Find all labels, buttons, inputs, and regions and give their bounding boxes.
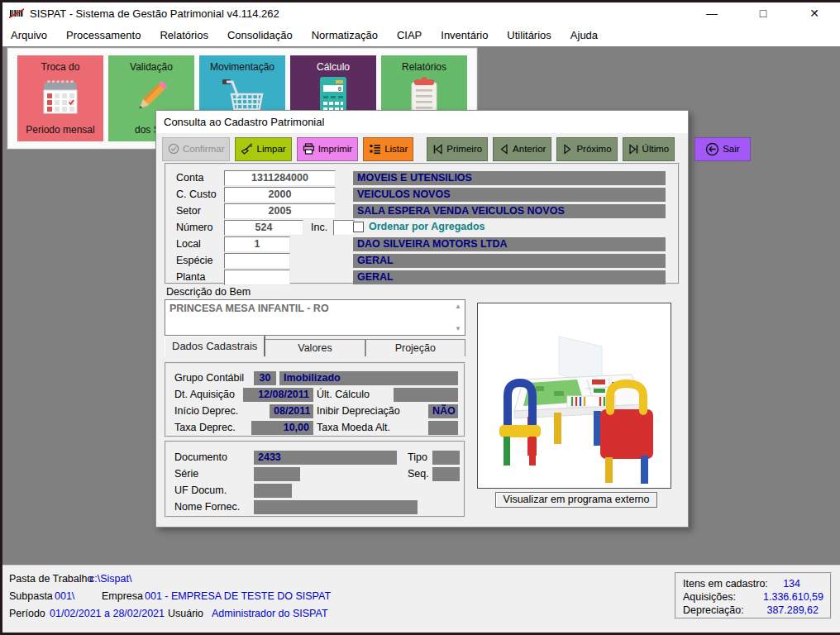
form-row-local: Local 1 DAO SILVEIRA MOTORS LTDA [166, 236, 678, 252]
printer-icon [303, 143, 315, 155]
tab-valores[interactable]: Valores [265, 339, 365, 356]
pasta-trabalho-value: c:\Sispat\ [89, 573, 131, 586]
especie-label: Espécie [176, 255, 212, 266]
depreciacao-value: 387.289,62 [766, 604, 819, 618]
documento-value: 2433 [254, 451, 397, 465]
row-serie: Série Seq. [166, 466, 464, 482]
menu-bar: Arquivo Processamento Relatórios Consoli… [2, 24, 840, 46]
menu-ajuda[interactable]: Ajuda [570, 29, 598, 41]
dados-cadastrais-group: Grupo Contábil 30 Imobilizado Dt. Aquisi… [165, 362, 465, 437]
tab-projecao[interactable]: Projeção [365, 339, 465, 356]
menu-inventario[interactable]: Inventário [441, 29, 488, 41]
proximo-button[interactable]: Próximo [556, 137, 617, 161]
menu-ciap[interactable]: CIAP [397, 29, 422, 41]
main-window: SISPAT - Sistema de Gestão Patrimonial v… [2, 2, 840, 633]
sair-button[interactable]: Sair [694, 137, 750, 161]
ordenar-agregados-checkbox[interactable] [353, 222, 364, 232]
summary-depreciacao: Depreciação: 387.289,62 [683, 604, 823, 618]
tab-bar: Dados Cadastrais Valores Projeção [165, 336, 465, 356]
exit-arrow-icon [705, 142, 719, 156]
taxa-moeda-label: Taxa Moeda Alt. [317, 422, 390, 433]
scroll-down-icon[interactable]: ▼ [455, 325, 461, 332]
menu-normatizacao[interactable]: Normatização [312, 29, 378, 41]
menu-processamento[interactable]: Processamento [66, 29, 141, 41]
broom-icon [241, 143, 253, 155]
inc-label: Inc. [311, 222, 327, 233]
descricao-scrollbar[interactable]: ▲ ▼ [452, 301, 464, 334]
aquisicoes-label: Aquisições: [683, 591, 736, 604]
conta-input[interactable]: 1311284000 [224, 170, 336, 186]
summary-box: Itens em cadastro: 134 Aquisições: 1.336… [675, 572, 832, 619]
app-barcode-icon [9, 8, 24, 19]
listar-button[interactable]: Listar [363, 137, 413, 161]
subpasta-value: 001\ [55, 590, 74, 604]
uf-docum-label: UF Docum. [174, 485, 227, 496]
confirmar-button[interactable]: Confirmar [162, 137, 230, 161]
list-icon [369, 143, 381, 155]
menu-utilitarios[interactable]: Utilitários [507, 29, 551, 41]
setor-desc: SALA ESPERA VENDA VEICULOS NOVOS [353, 204, 666, 218]
taxa-deprec-label: Taxa Deprec. [174, 422, 236, 433]
inibir-depreciacao-label: Inibir Depreciação [317, 405, 400, 417]
descricao-box[interactable]: PRINCESA MESA INFANTIL - RO ▲ ▼ [165, 299, 465, 336]
visualizar-externo-button[interactable]: Visualizar em programa externo [495, 492, 657, 508]
menu-arquivo[interactable]: Arquivo [11, 29, 47, 41]
inicio-deprec-value: 08/2011 [270, 404, 313, 418]
ccusto-input[interactable]: 2000 [224, 187, 336, 203]
row-grupo-contabil: Grupo Contábil 30 Imobilizado [166, 370, 464, 386]
desktop-edge: SISPAT - Sistema de Gestão Patrimonial v… [0, 0, 840, 635]
grupo-contabil-label: Grupo Contábil [174, 372, 244, 384]
menu-consolidacao[interactable]: Consolidação [227, 29, 293, 41]
planta-label: Planta [176, 271, 205, 283]
primeiro-button[interactable]: Primeiro [427, 137, 488, 161]
row-taxa-deprec: Taxa Deprec. 10,00 Taxa Moeda Alt. [166, 420, 464, 436]
close-button[interactable]: ✕ [789, 2, 840, 24]
descricao-label: Descrição do Bem [166, 286, 251, 298]
subpasta-label: Subpasta [9, 590, 53, 602]
form-row-especie: Espécie GERAL [166, 253, 678, 269]
tab-dados-cadastrais[interactable]: Dados Cadastrais [165, 336, 265, 356]
first-record-icon [432, 144, 443, 155]
taxa-moeda-value [428, 421, 458, 435]
limpar-button[interactable]: Limpar [235, 137, 291, 161]
tipo-value [432, 451, 460, 465]
planta-input[interactable] [224, 270, 290, 285]
usuario-label: Usuário [168, 608, 203, 619]
last-record-icon [628, 144, 639, 155]
imprimir-button[interactable]: Imprimir [297, 137, 359, 161]
ordenar-agregados-checkbox-row[interactable]: Ordenar por Agregados [353, 221, 485, 232]
local-input[interactable]: 1 [224, 236, 290, 252]
scroll-up-icon[interactable]: ▲ [455, 303, 461, 310]
summary-itens: Itens em cadastro: 134 [683, 578, 823, 591]
empresa-value: 001 - EMPRESA DE TESTE DO SISPAT [145, 590, 331, 604]
ordenar-agregados-label: Ordenar por Agregados [369, 221, 485, 232]
form-row-setor: Setor 2005 SALA ESPERA VENDA VEICULOS NO… [166, 203, 678, 219]
anterior-button[interactable]: Anterior [493, 137, 551, 161]
calendar-icon [17, 75, 103, 118]
ultimo-button[interactable]: Último [623, 137, 675, 161]
documento-label: Documento [174, 451, 227, 463]
row-nome-fornec: Nome Fornec. [166, 499, 464, 515]
ccusto-label: C. Custo [176, 189, 217, 200]
descricao-value: PRINCESA MESA INFANTIL - RO [169, 303, 450, 314]
conta-label: Conta [176, 172, 203, 184]
serie-value [254, 467, 300, 481]
next-record-icon [562, 144, 573, 155]
row-uf-docum: UF Docum. [166, 483, 464, 499]
especie-input[interactable] [224, 253, 290, 269]
inc-input[interactable] [333, 220, 355, 236]
consulta-dialog: Consulta ao Cadastro Patrimonial Confirm… [155, 110, 689, 528]
local-desc: DAO SILVEIRA MOTORS LTDA [353, 237, 666, 251]
form-row-conta: Conta 1311284000 MOVEIS E UTENSILIOS [166, 170, 678, 186]
setor-label: Setor [176, 205, 201, 217]
periodo-label: Período [9, 608, 45, 619]
summary-aquisicoes: Aquisições: 1.336.610,59 [683, 591, 823, 604]
aquisicoes-value: 1.336.610,59 [763, 591, 823, 604]
setor-input[interactable]: 2005 [224, 203, 336, 219]
local-label: Local [176, 238, 201, 250]
menu-relatorios[interactable]: Relatórios [160, 29, 208, 41]
minimize-button[interactable]: — [686, 2, 737, 24]
shortcut-troca-periodo[interactable]: Troca do Periodo mensal [17, 55, 103, 141]
numero-input[interactable]: 524 [224, 220, 303, 236]
maximize-button[interactable]: □ [737, 2, 789, 24]
